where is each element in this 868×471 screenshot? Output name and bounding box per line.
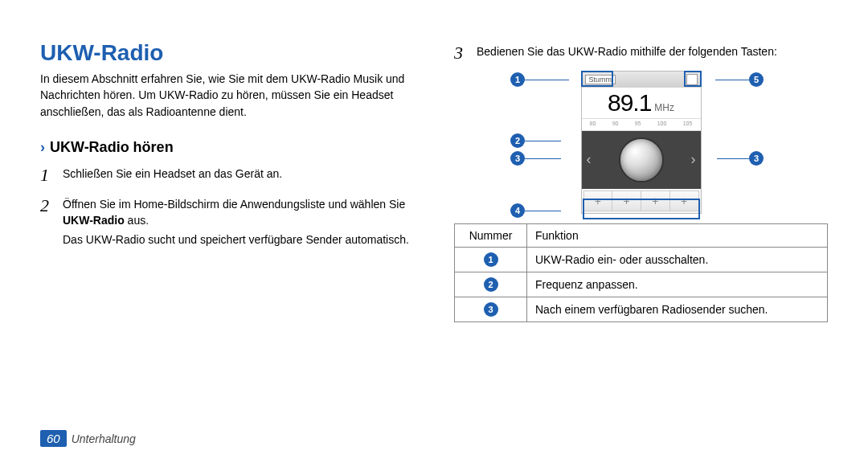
intro-paragraph: In diesem Abschnitt erfahren Sie, wie Si… — [40, 71, 414, 120]
section-heading: › UKW-Radio hören — [40, 139, 414, 156]
step-number: 1 — [40, 162, 55, 188]
radio-mockup: Stumm 89.1 MHz 80 90 95 100 105 ‹ — [581, 71, 702, 214]
step-text: Öffnen Sie im Home-Bildschirm die Anwend… — [63, 193, 414, 248]
frequency-value: 89.1 — [608, 89, 651, 117]
frequency-display: 89.1 MHz — [582, 88, 701, 118]
preset-slot[interactable]: + — [584, 191, 613, 211]
table-header-number: Nummer — [455, 223, 527, 247]
section-heading-text: UKW-Radio hören — [50, 139, 174, 156]
left-column: UKW-Radio In diesem Abschnitt erfahren S… — [40, 40, 422, 322]
scale-tick: 100 — [657, 121, 667, 126]
callout-4: 4 — [510, 203, 525, 218]
right-column: 3 Bedienen Sie das UKW-Radio mithilfe de… — [446, 40, 828, 322]
callout-1: 1 — [510, 72, 525, 87]
preset-slot[interactable]: + — [612, 191, 641, 211]
row-text: UKW-Radio ein- oder ausschalten. — [527, 247, 828, 272]
row-text: Frequenz anpassen. — [527, 272, 828, 297]
row-callout-num: 1 — [484, 252, 498, 267]
step-2-subtext: Das UKW-Radio sucht und speichert verfüg… — [63, 231, 414, 248]
leader-line — [715, 80, 749, 80]
table-header-function: Funktion — [527, 223, 828, 247]
page-number: 60 — [40, 430, 67, 447]
tuning-dial[interactable] — [619, 137, 664, 182]
table-row: 2 Frequenz anpassen. — [455, 272, 828, 297]
dial-row: ‹ › — [582, 131, 701, 189]
section-label: Unterhaltung — [72, 432, 136, 445]
table-row: 3 Nach einem verfügbaren Radiosender suc… — [455, 297, 828, 322]
step-2: 2 Öffnen Sie im Home-Bildschirm die Anwe… — [40, 193, 414, 248]
page-footer: 60 Unterhaltung — [40, 430, 136, 447]
scale-tick: 95 — [635, 121, 641, 126]
row-callout-num: 2 — [484, 277, 498, 292]
leader-line — [525, 158, 561, 159]
step-number: 2 — [40, 193, 55, 248]
step-3: 3 Bedienen Sie das UKW-Radio mithilfe de… — [454, 40, 828, 66]
tune-right-button[interactable]: › — [691, 151, 696, 168]
leader-line — [525, 80, 569, 80]
step-number: 3 — [454, 40, 469, 66]
step-1: 1 Schließen Sie ein Headset an das Gerät… — [40, 162, 414, 188]
row-text: Nach einem verfügbaren Radiosender suche… — [527, 297, 828, 322]
stumm-button[interactable]: Stumm — [585, 75, 616, 84]
scale-tick: 80 — [590, 121, 596, 126]
table-row: 1 UKW-Radio ein- oder ausschalten. — [455, 247, 828, 272]
frequency-scale: 80 90 95 100 105 — [582, 118, 701, 131]
radio-topbar: Stumm — [582, 72, 701, 88]
step-2-bold: UKW-Radio — [63, 214, 125, 227]
step-2-text-a: Öffnen Sie im Home-Bildschirm die Anwend… — [63, 198, 405, 211]
callout-table: Nummer Funktion 1 UKW-Radio ein- oder au… — [454, 223, 828, 322]
step-text: Bedienen Sie das UKW-Radio mithilfe der … — [477, 40, 777, 66]
frequency-unit: MHz — [654, 102, 674, 113]
preset-slot[interactable]: + — [641, 191, 670, 211]
callout-3-right: 3 — [749, 151, 764, 166]
chevron-right-icon: › — [40, 139, 45, 156]
scale-tick: 105 — [683, 121, 693, 126]
scale-tick: 90 — [612, 121, 619, 126]
radio-illustration-wrapper: 1 5 2 3 3 4 Stumm 89.1 MHz — [454, 71, 828, 214]
page-title: UKW-Radio — [40, 40, 414, 66]
step-2-text-b: aus. — [125, 214, 149, 227]
table-header-row: Nummer Funktion — [455, 223, 828, 247]
leader-line — [525, 211, 561, 211]
preset-row: + + + + — [583, 190, 699, 211]
leader-line — [717, 158, 749, 159]
step-text: Schließen Sie ein Headset an das Gerät a… — [63, 162, 282, 188]
preset-slot[interactable]: + — [670, 191, 698, 211]
row-callout-num: 3 — [484, 302, 498, 317]
leader-line — [525, 141, 561, 141]
callout-5: 5 — [749, 72, 764, 87]
tune-left-button[interactable]: ‹ — [587, 151, 592, 168]
callout-3-left: 3 — [510, 151, 525, 166]
speaker-icon[interactable] — [686, 74, 698, 85]
callout-2: 2 — [510, 133, 525, 148]
